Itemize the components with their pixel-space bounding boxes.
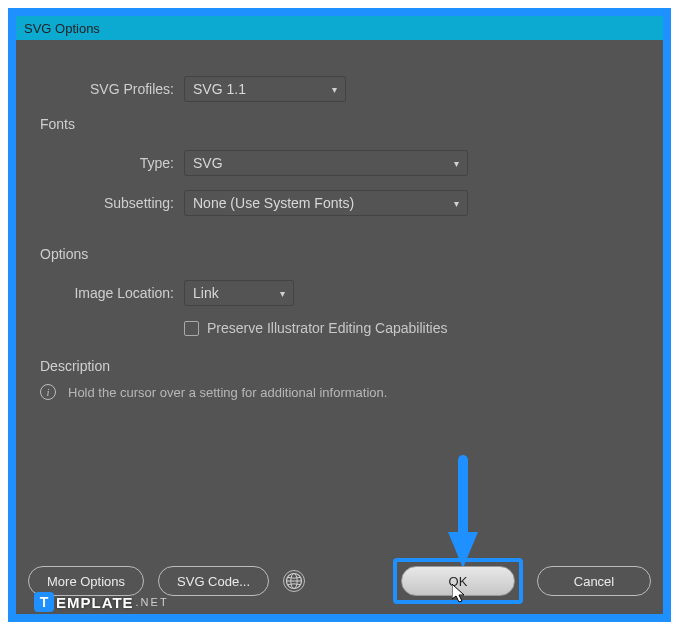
font-type-row: Type: SVG ▾ (36, 150, 643, 176)
info-icon: i (40, 384, 56, 400)
arrow-annotation (448, 460, 478, 568)
chevron-down-icon: ▾ (454, 198, 459, 209)
fonts-section-heading: Fonts (40, 116, 643, 132)
description-section-heading: Description (40, 358, 643, 374)
image-location-row: Image Location: Link ▾ (36, 280, 643, 306)
dialog-title: SVG Options (24, 21, 100, 36)
description-hint-row: i Hold the cursor over a setting for add… (40, 384, 643, 400)
cursor-icon (452, 584, 468, 608)
font-type-select[interactable]: SVG ▾ (184, 150, 468, 176)
subsetting-label: Subsetting: (36, 195, 184, 211)
svg-profiles-label: SVG Profiles: (36, 81, 184, 97)
watermark-suffix: .NET (136, 596, 169, 608)
svg-options-dialog: SVG Options SVG Profiles: SVG 1.1 ▾ Font… (8, 8, 671, 622)
chevron-down-icon: ▾ (454, 158, 459, 169)
subsetting-value: None (Use System Fonts) (193, 195, 354, 211)
globe-icon[interactable] (283, 570, 305, 592)
preserve-capabilities-row: Preserve Illustrator Editing Capabilitie… (184, 320, 643, 336)
subsetting-select[interactable]: None (Use System Fonts) ▾ (184, 190, 468, 216)
svg-code-button[interactable]: SVG Code... (158, 566, 269, 596)
image-location-value: Link (193, 285, 219, 301)
svg-profiles-value: SVG 1.1 (193, 81, 246, 97)
image-location-select[interactable]: Link ▾ (184, 280, 294, 306)
preserve-capabilities-checkbox[interactable] (184, 321, 199, 336)
watermark-text: EMPLATE (56, 594, 134, 611)
preserve-capabilities-label: Preserve Illustrator Editing Capabilitie… (207, 320, 447, 336)
font-type-label: Type: (36, 155, 184, 171)
watermark: T EMPLATE .NET (34, 592, 169, 612)
chevron-down-icon: ▾ (280, 288, 285, 299)
description-hint: Hold the cursor over a setting for addit… (68, 385, 387, 400)
svg-profiles-row: SVG Profiles: SVG 1.1 ▾ (36, 76, 643, 102)
svg-profiles-select[interactable]: SVG 1.1 ▾ (184, 76, 346, 102)
dialog-body: SVG Profiles: SVG 1.1 ▾ Fonts Type: SVG … (16, 40, 663, 614)
chevron-down-icon: ▾ (332, 84, 337, 95)
subsetting-row: Subsetting: None (Use System Fonts) ▾ (36, 190, 643, 216)
options-section-heading: Options (40, 246, 643, 262)
svg-marker-5 (452, 584, 464, 602)
titlebar: SVG Options (16, 16, 663, 40)
cancel-button[interactable]: Cancel (537, 566, 651, 596)
font-type-value: SVG (193, 155, 223, 171)
image-location-label: Image Location: (36, 285, 184, 301)
watermark-badge: T (34, 592, 54, 612)
